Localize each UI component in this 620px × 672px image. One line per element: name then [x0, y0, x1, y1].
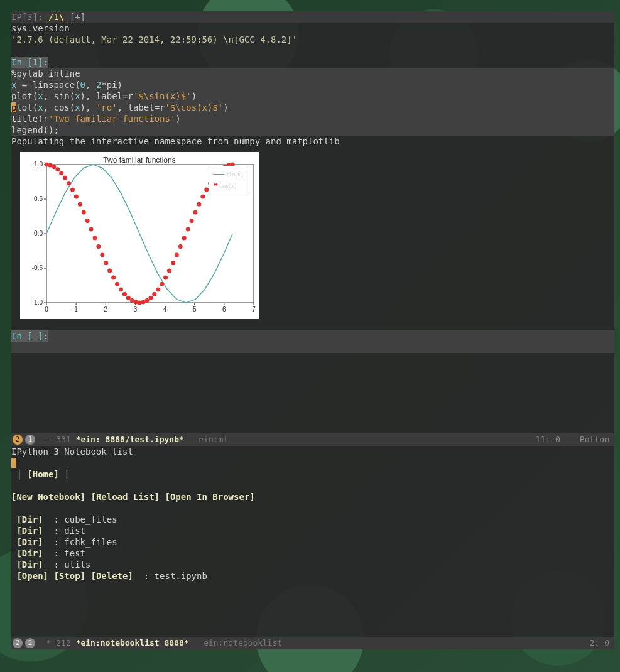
- cell0-output: '2.7.6 (default, Mar 22 2014, 22:59:56) …: [11, 34, 614, 45]
- svg-point-49: [126, 296, 131, 300]
- svg-point-61: [171, 261, 175, 265]
- svg-point-57: [156, 287, 160, 291]
- svg-point-37: [82, 210, 86, 215]
- svg-point-51: [134, 300, 138, 305]
- list-item[interactable]: [Dir] : utils: [11, 559, 614, 570]
- svg-point-45: [111, 276, 116, 280]
- tab-prefix: IP[3]:: [11, 12, 43, 22]
- list-item[interactable]: [Dir] : test: [11, 548, 614, 559]
- svg-point-46: [115, 282, 119, 286]
- major-mode: ein:ml: [199, 434, 228, 445]
- tab-add[interactable]: [+]: [70, 12, 85, 22]
- modeline-bottom: 22 * 212 *ein:notebooklist 8888* ein:not…: [11, 637, 614, 649]
- svg-text:-0.5: -0.5: [32, 264, 43, 271]
- svg-point-58: [160, 282, 164, 286]
- svg-point-69: [200, 195, 205, 199]
- breadcrumb: | [Home] |: [11, 469, 614, 480]
- svg-point-43: [104, 261, 108, 265]
- list-item[interactable]: [Dir] : cube_files: [11, 514, 614, 525]
- svg-point-42: [100, 252, 104, 257]
- svg-point-55: [148, 296, 153, 300]
- open-button[interactable]: [Open]: [16, 571, 48, 581]
- svg-point-62: [175, 252, 179, 257]
- svg-point-64: [182, 236, 187, 240]
- workspace-badge-2c[interactable]: 2: [25, 638, 35, 648]
- svg-point-40: [93, 236, 97, 240]
- svg-point-32: [63, 176, 67, 180]
- svg-point-52: [138, 301, 142, 305]
- svg-point-54: [144, 298, 149, 303]
- svg-text:0.0: 0.0: [34, 230, 43, 237]
- plot-legend: sin(x) ••cos(x): [209, 166, 247, 193]
- svg-point-35: [74, 195, 79, 199]
- cell0-code[interactable]: sys.version: [11, 23, 614, 34]
- svg-point-34: [70, 187, 75, 192]
- svg-text:-1.0: -1.0: [32, 299, 43, 306]
- workspace-badge-2b[interactable]: 2: [13, 638, 23, 648]
- cell1-line4[interactable]: plot(x, cos(x), 'ro', label=r'$\cos(x)$'…: [11, 102, 614, 113]
- svg-point-66: [190, 219, 194, 223]
- modeline-top: 21 — 331 *ein: 8888/test.ipynb* ein:ml 1…: [11, 433, 614, 446]
- svg-text:3: 3: [134, 306, 138, 313]
- legend-sin: sin(x): [227, 168, 243, 180]
- svg-text:1: 1: [74, 306, 78, 313]
- notebooklist-actions: [New Notebook] [Reload List] [Open In Br…: [11, 491, 614, 502]
- svg-text:5: 5: [193, 306, 197, 313]
- home-link[interactable]: [Home]: [27, 469, 59, 479]
- svg-point-38: [85, 219, 90, 223]
- cell1-line1[interactable]: %pylab inline: [11, 68, 614, 79]
- cell1-body[interactable]: %pylab inline x = linspace(0, 2*pi) plot…: [11, 68, 614, 136]
- workspace-badge-2[interactable]: 2: [13, 435, 23, 445]
- spacer: [11, 45, 614, 57]
- buffer-name-2: *ein:notebooklist 8888*: [76, 637, 189, 649]
- workspace-badge-1[interactable]: 1: [25, 435, 35, 445]
- svg-point-39: [89, 227, 94, 232]
- scroll-pos: Bottom: [580, 435, 609, 444]
- open-browser-button[interactable]: [Open In Browser]: [165, 492, 254, 502]
- svg-point-48: [122, 292, 127, 296]
- svg-point-44: [107, 268, 112, 273]
- cursor-pos: 11: 0: [536, 435, 560, 444]
- svg-text:0.5: 0.5: [34, 195, 43, 202]
- list-item[interactable]: [Dir] : dist: [11, 525, 614, 536]
- tab-current[interactable]: /1\: [48, 12, 64, 22]
- svg-text:4: 4: [163, 306, 167, 313]
- major-mode-2: ein:notebooklist: [204, 637, 282, 649]
- svg-point-36: [78, 202, 82, 207]
- svg-point-68: [197, 202, 201, 207]
- svg-point-41: [96, 244, 101, 249]
- list-item-file: [Open] [Stop] [Delete] : test.ipynb: [11, 570, 614, 582]
- svg-point-63: [178, 244, 183, 249]
- svg-point-33: [67, 181, 71, 185]
- cell1-line5[interactable]: title(r'Two familiar functions'): [11, 113, 614, 124]
- svg-point-31: [59, 171, 63, 175]
- notebook-entries: [Dir] : cube_files [Dir] : dist [Dir] : …: [11, 514, 614, 582]
- list-item[interactable]: [Dir] : fchk_files: [11, 536, 614, 548]
- svg-point-56: [152, 292, 156, 296]
- cursor-pos-2: 2: 0: [590, 638, 609, 648]
- legend-cos: cos(x): [219, 180, 237, 191]
- spacer2: [11, 319, 614, 330]
- svg-text:0: 0: [45, 306, 48, 313]
- svg-point-70: [204, 187, 209, 192]
- svg-point-47: [119, 287, 123, 291]
- cell1-line3[interactable]: plot(x, sin(x), label=r'$\sin(x)$'): [11, 90, 614, 102]
- notebook-pane[interactable]: IP[3]: /1\ [+] sys.version '2.7.6 (defau…: [11, 11, 614, 433]
- cell1-output: Populating the interactive namespace fro…: [11, 136, 614, 147]
- svg-text:7: 7: [252, 306, 256, 313]
- svg-text:2: 2: [104, 306, 108, 313]
- svg-point-59: [163, 276, 168, 280]
- cell2-body[interactable]: [11, 342, 614, 353]
- delete-button[interactable]: [Delete]: [90, 571, 133, 581]
- cell2-prompt[interactable]: In [ ]:: [11, 330, 614, 342]
- stop-button[interactable]: [Stop]: [53, 571, 85, 581]
- notebooklist-pane[interactable]: IPython 3 Notebook list | [Home] | [New …: [11, 446, 614, 643]
- cursor-line: [11, 457, 614, 469]
- svg-point-30: [55, 167, 60, 171]
- cell1-line6[interactable]: legend();: [11, 124, 614, 136]
- cell1-line2[interactable]: x = linspace(0, 2*pi): [11, 79, 614, 90]
- buffer-name: *ein: 8888/test.ipynb*: [76, 434, 184, 445]
- reload-list-button[interactable]: [Reload List]: [90, 492, 160, 502]
- cell1-prompt: In [1]:: [11, 57, 614, 68]
- new-notebook-button[interactable]: [New Notebook]: [11, 492, 85, 502]
